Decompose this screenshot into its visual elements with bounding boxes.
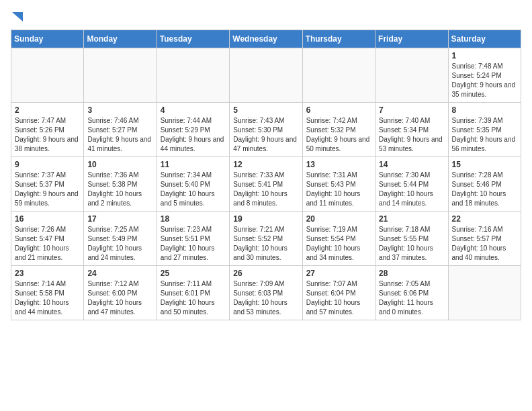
calendar-cell: 22Sunrise: 7:16 AM Sunset: 5:57 PM Dayli…: [448, 212, 521, 266]
calendar-cell: [375, 48, 448, 103]
day-info: Sunrise: 7:43 AM Sunset: 5:30 PM Dayligh…: [233, 116, 298, 154]
day-info: Sunrise: 7:19 AM Sunset: 5:54 PM Dayligh…: [306, 225, 371, 263]
day-number: 10: [87, 160, 152, 169]
calendar-cell: 28Sunrise: 7:05 AM Sunset: 6:06 PM Dayli…: [375, 266, 448, 320]
day-number: 15: [452, 160, 517, 169]
day-info: Sunrise: 7:46 AM Sunset: 5:27 PM Dayligh…: [87, 116, 152, 154]
day-number: 19: [233, 214, 298, 224]
day-info: Sunrise: 7:42 AM Sunset: 5:32 PM Dayligh…: [306, 116, 371, 154]
day-info: Sunrise: 7:25 AM Sunset: 5:49 PM Dayligh…: [87, 225, 152, 263]
day-info: Sunrise: 7:18 AM Sunset: 5:55 PM Dayligh…: [379, 225, 444, 263]
calendar-cell: 15Sunrise: 7:28 AM Sunset: 5:46 PM Dayli…: [448, 157, 521, 212]
day-number: 6: [306, 105, 371, 115]
calendar-cell: 23Sunrise: 7:14 AM Sunset: 5:58 PM Dayli…: [11, 266, 84, 320]
day-info: Sunrise: 7:12 AM Sunset: 6:00 PM Dayligh…: [87, 279, 152, 317]
calendar-cell: 13Sunrise: 7:31 AM Sunset: 5:43 PM Dayli…: [302, 157, 375, 212]
calendar-cell: 19Sunrise: 7:21 AM Sunset: 5:52 PM Dayli…: [230, 212, 302, 266]
day-info: Sunrise: 7:40 AM Sunset: 5:34 PM Dayligh…: [379, 116, 444, 154]
day-info: Sunrise: 7:07 AM Sunset: 6:04 PM Dayligh…: [306, 279, 371, 317]
week-row-1: 1Sunrise: 7:48 AM Sunset: 5:24 PM Daylig…: [11, 48, 521, 103]
day-info: Sunrise: 7:31 AM Sunset: 5:43 PM Dayligh…: [306, 171, 371, 208]
day-number: 4: [161, 105, 226, 115]
day-info: Sunrise: 7:21 AM Sunset: 5:52 PM Dayligh…: [233, 225, 298, 263]
day-header-thursday: Thursday: [302, 30, 375, 48]
day-number: 3: [87, 105, 152, 115]
calendar-cell: 4Sunrise: 7:44 AM Sunset: 5:29 PM Daylig…: [157, 103, 229, 157]
calendar-cell: 20Sunrise: 7:19 AM Sunset: 5:54 PM Dayli…: [302, 212, 375, 266]
calendar-cell: 21Sunrise: 7:18 AM Sunset: 5:55 PM Dayli…: [375, 212, 448, 266]
day-number: 1: [452, 51, 517, 60]
week-row-4: 16Sunrise: 7:26 AM Sunset: 5:47 PM Dayli…: [11, 212, 521, 266]
calendar-cell: 9Sunrise: 7:37 AM Sunset: 5:37 PM Daylig…: [11, 157, 84, 212]
week-row-3: 9Sunrise: 7:37 AM Sunset: 5:37 PM Daylig…: [11, 157, 521, 212]
day-info: Sunrise: 7:09 AM Sunset: 6:03 PM Dayligh…: [233, 279, 298, 317]
calendar-cell: [302, 48, 375, 103]
calendar-cell: 12Sunrise: 7:33 AM Sunset: 5:41 PM Dayli…: [230, 157, 302, 212]
day-number: 17: [87, 214, 152, 224]
page-header: [11, 11, 521, 24]
day-info: Sunrise: 7:23 AM Sunset: 5:51 PM Dayligh…: [161, 225, 226, 263]
day-number: 7: [379, 105, 444, 115]
calendar-cell: 14Sunrise: 7:30 AM Sunset: 5:44 PM Dayli…: [375, 157, 448, 212]
day-number: 8: [452, 105, 517, 115]
day-header-wednesday: Wednesday: [230, 30, 302, 48]
day-number: 27: [306, 269, 371, 278]
calendar-cell: [230, 48, 302, 103]
calendar-cell: [157, 48, 229, 103]
day-number: 12: [233, 160, 298, 169]
day-header-tuesday: Tuesday: [157, 30, 229, 48]
day-number: 18: [161, 214, 226, 224]
day-number: 2: [15, 105, 80, 115]
calendar-cell: 18Sunrise: 7:23 AM Sunset: 5:51 PM Dayli…: [157, 212, 229, 266]
svg-marker-0: [12, 12, 23, 21]
day-number: 9: [15, 160, 80, 169]
calendar-cell: 5Sunrise: 7:43 AM Sunset: 5:30 PM Daylig…: [230, 103, 302, 157]
day-number: 24: [87, 269, 152, 278]
calendar-cell: 7Sunrise: 7:40 AM Sunset: 5:34 PM Daylig…: [375, 103, 448, 157]
day-header-sunday: Sunday: [11, 30, 84, 48]
calendar-cell: 11Sunrise: 7:34 AM Sunset: 5:40 PM Dayli…: [157, 157, 229, 212]
day-number: 26: [233, 269, 298, 278]
day-info: Sunrise: 7:34 AM Sunset: 5:40 PM Dayligh…: [161, 171, 226, 208]
day-number: 16: [15, 214, 80, 224]
calendar-cell: [448, 266, 521, 320]
day-number: 13: [306, 160, 371, 169]
week-row-5: 23Sunrise: 7:14 AM Sunset: 5:58 PM Dayli…: [11, 266, 521, 320]
calendar-cell: 2Sunrise: 7:47 AM Sunset: 5:26 PM Daylig…: [11, 103, 84, 157]
day-info: Sunrise: 7:39 AM Sunset: 5:35 PM Dayligh…: [452, 116, 517, 154]
logo: [11, 11, 23, 24]
day-info: Sunrise: 7:05 AM Sunset: 6:06 PM Dayligh…: [379, 279, 444, 317]
calendar-cell: 25Sunrise: 7:11 AM Sunset: 6:01 PM Dayli…: [157, 266, 229, 320]
day-number: 20: [306, 214, 371, 224]
calendar-cell: 3Sunrise: 7:46 AM Sunset: 5:27 PM Daylig…: [84, 103, 157, 157]
calendar-cell: 10Sunrise: 7:36 AM Sunset: 5:38 PM Dayli…: [84, 157, 157, 212]
calendar-cell: 24Sunrise: 7:12 AM Sunset: 6:00 PM Dayli…: [84, 266, 157, 320]
day-header-saturday: Saturday: [448, 30, 521, 48]
day-number: 14: [379, 160, 444, 169]
day-number: 22: [452, 214, 517, 224]
day-number: 25: [161, 269, 226, 278]
day-info: Sunrise: 7:48 AM Sunset: 5:24 PM Dayligh…: [452, 62, 517, 99]
day-number: 11: [161, 160, 226, 169]
day-info: Sunrise: 7:26 AM Sunset: 5:47 PM Dayligh…: [15, 225, 80, 263]
calendar-header-row: SundayMondayTuesdayWednesdayThursdayFrid…: [11, 30, 521, 48]
week-row-2: 2Sunrise: 7:47 AM Sunset: 5:26 PM Daylig…: [11, 103, 521, 157]
calendar-cell: [84, 48, 157, 103]
logo-arrow-icon: [12, 12, 23, 21]
day-info: Sunrise: 7:16 AM Sunset: 5:57 PM Dayligh…: [452, 225, 517, 263]
calendar-cell: [11, 48, 84, 103]
day-number: 23: [15, 269, 80, 278]
calendar-cell: 6Sunrise: 7:42 AM Sunset: 5:32 PM Daylig…: [302, 103, 375, 157]
calendar-cell: 26Sunrise: 7:09 AM Sunset: 6:03 PM Dayli…: [230, 266, 302, 320]
calendar-cell: 8Sunrise: 7:39 AM Sunset: 5:35 PM Daylig…: [448, 103, 521, 157]
day-number: 5: [233, 105, 298, 115]
day-header-monday: Monday: [84, 30, 157, 48]
day-info: Sunrise: 7:11 AM Sunset: 6:01 PM Dayligh…: [161, 279, 226, 317]
day-info: Sunrise: 7:36 AM Sunset: 5:38 PM Dayligh…: [87, 171, 152, 208]
calendar-cell: 27Sunrise: 7:07 AM Sunset: 6:04 PM Dayli…: [302, 266, 375, 320]
day-info: Sunrise: 7:47 AM Sunset: 5:26 PM Dayligh…: [15, 116, 80, 154]
day-info: Sunrise: 7:14 AM Sunset: 5:58 PM Dayligh…: [15, 279, 80, 317]
day-number: 21: [379, 214, 444, 224]
calendar-table: SundayMondayTuesdayWednesdayThursdayFrid…: [11, 30, 521, 320]
day-header-friday: Friday: [375, 30, 448, 48]
